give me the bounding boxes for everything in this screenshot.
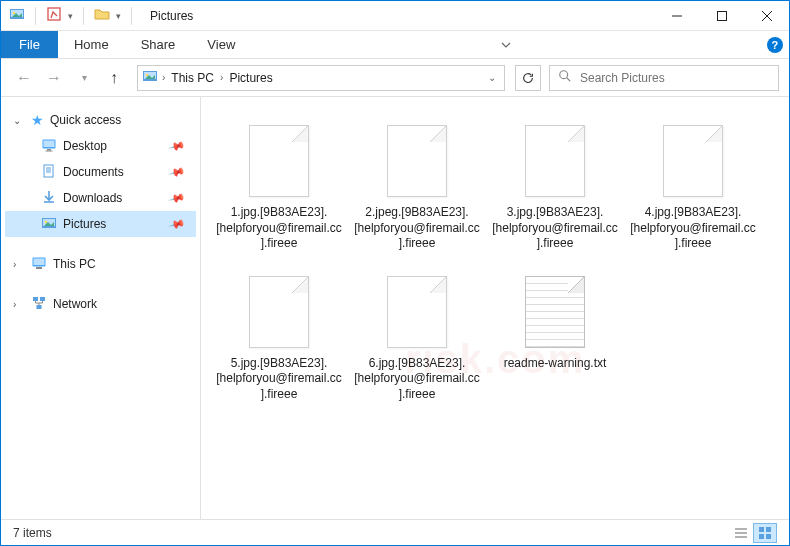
chevron-right-icon[interactable]: ›: [13, 259, 25, 270]
details-view-button[interactable]: [729, 523, 753, 543]
chevron-right-icon[interactable]: ›: [13, 299, 25, 310]
pictures-icon: [41, 215, 57, 234]
pin-icon: 📌: [168, 189, 187, 207]
chevron-down-icon[interactable]: ⌄: [13, 115, 25, 126]
navigation-pane: ⌄ ★ Quick access Desktop 📌 Documents 📌: [1, 97, 201, 519]
svg-rect-29: [40, 297, 45, 301]
help-button[interactable]: ?: [761, 31, 789, 58]
sidebar-item-label: Desktop: [63, 139, 107, 153]
downloads-icon: [41, 189, 57, 208]
search-input[interactable]: [580, 71, 770, 85]
up-button[interactable]: ↑: [101, 65, 127, 91]
svg-rect-34: [759, 527, 764, 532]
search-box[interactable]: [549, 65, 779, 91]
pin-icon: 📌: [168, 137, 187, 155]
qat-dropdown-icon[interactable]: ▾: [116, 11, 121, 21]
navbar: ← → ▾ ↑ › This PC › Pictures ⌄: [1, 59, 789, 97]
sidebar-this-pc[interactable]: › This PC: [5, 251, 196, 277]
file-tab[interactable]: File: [1, 31, 58, 58]
svg-rect-26: [34, 258, 45, 265]
expand-ribbon-button[interactable]: [494, 31, 518, 58]
recent-locations-button[interactable]: ▾: [71, 65, 97, 91]
breadcrumb-item[interactable]: This PC: [169, 71, 216, 85]
svg-rect-35: [766, 527, 771, 532]
explorer-window: ▾ ▾ Pictures File Home Share View: [0, 0, 790, 546]
ribbon-tab-share[interactable]: Share: [125, 31, 192, 58]
chevron-right-icon[interactable]: ›: [220, 72, 223, 83]
search-icon: [558, 69, 572, 86]
file-name: 1.jpg.[9B83AE23].[helpforyou@firemail.cc…: [215, 205, 343, 252]
blank-file-icon: [243, 272, 315, 352]
qat-separator: [83, 7, 84, 25]
documents-icon: [41, 163, 57, 182]
file-list: pcrisk.com 1.jpg.[9B83AE23].[helpforyou@…: [201, 97, 789, 519]
qat-separator: [35, 7, 36, 25]
svg-rect-3: [48, 8, 60, 20]
svg-rect-28: [33, 297, 38, 301]
titlebar: ▾ ▾ Pictures: [1, 1, 789, 31]
blank-file-icon: [381, 121, 453, 201]
status-bar: 7 items: [1, 519, 789, 545]
app-icon: [9, 6, 25, 25]
thumbnails-view-button[interactable]: [753, 523, 777, 543]
file-item[interactable]: 1.jpg.[9B83AE23].[helpforyou@firemail.cc…: [211, 111, 347, 256]
pin-icon: 📌: [168, 215, 187, 233]
file-item[interactable]: 2.jpeg.[9B83AE23].[helpforyou@firemail.c…: [349, 111, 485, 256]
network-icon: [31, 295, 47, 314]
maximize-button[interactable]: [699, 1, 744, 31]
svg-rect-16: [46, 150, 53, 151]
pin-icon: 📌: [168, 163, 187, 181]
file-item[interactable]: readme-warning.txt: [487, 262, 623, 407]
file-item[interactable]: 3.jpg.[9B83AE23].[helpforyou@firemail.cc…: [487, 111, 623, 256]
svg-rect-30: [37, 305, 42, 309]
sidebar-item-label: Pictures: [63, 217, 106, 231]
svg-line-12: [567, 78, 571, 82]
sidebar-item-downloads[interactable]: Downloads 📌: [5, 185, 196, 211]
back-button[interactable]: ←: [11, 65, 37, 91]
sidebar-quick-access[interactable]: ⌄ ★ Quick access: [5, 107, 196, 133]
sidebar-network[interactable]: › Network: [5, 291, 196, 317]
address-bar[interactable]: › This PC › Pictures ⌄: [137, 65, 505, 91]
file-name: readme-warning.txt: [504, 356, 607, 372]
svg-point-11: [560, 71, 568, 79]
breadcrumb-item[interactable]: Pictures: [227, 71, 274, 85]
ribbon: File Home Share View ?: [1, 31, 789, 59]
svg-rect-17: [44, 165, 53, 177]
blank-file-icon: [381, 272, 453, 352]
svg-point-2: [13, 12, 16, 15]
svg-rect-36: [759, 534, 764, 539]
blank-file-icon: [243, 121, 315, 201]
text-file-icon: [519, 272, 591, 352]
qat-dropdown-icon[interactable]: ▾: [68, 11, 73, 21]
qat-separator: [131, 7, 132, 25]
svg-rect-5: [717, 11, 726, 20]
file-name: 5.jpg.[9B83AE23].[helpforyou@firemail.cc…: [215, 356, 343, 403]
forward-button[interactable]: →: [41, 65, 67, 91]
ribbon-tab-view[interactable]: View: [191, 31, 251, 58]
minimize-button[interactable]: [654, 1, 699, 31]
address-dropdown-button[interactable]: ⌄: [484, 72, 500, 83]
chevron-right-icon[interactable]: ›: [162, 72, 165, 83]
svg-rect-14: [44, 140, 55, 147]
close-button[interactable]: [744, 1, 789, 31]
sidebar-item-label: Quick access: [50, 113, 121, 127]
item-count: 7 items: [13, 526, 52, 540]
sidebar-item-label: This PC: [53, 257, 96, 271]
file-item[interactable]: 6.jpg.[9B83AE23].[helpforyou@firemail.cc…: [349, 262, 485, 407]
file-name: 6.jpg.[9B83AE23].[helpforyou@firemail.cc…: [353, 356, 481, 403]
sidebar-item-label: Documents: [63, 165, 124, 179]
ribbon-tab-home[interactable]: Home: [58, 31, 125, 58]
sidebar-item-desktop[interactable]: Desktop 📌: [5, 133, 196, 159]
qat-newfolder-icon[interactable]: [94, 6, 110, 25]
file-item[interactable]: 4.jpg.[9B83AE23].[helpforyou@firemail.cc…: [625, 111, 761, 256]
sidebar-item-pictures[interactable]: Pictures 📌: [5, 211, 196, 237]
file-name: 4.jpg.[9B83AE23].[helpforyou@firemail.cc…: [629, 205, 757, 252]
sidebar-item-label: Network: [53, 297, 97, 311]
qat-properties-icon[interactable]: [46, 6, 62, 25]
refresh-button[interactable]: [515, 65, 541, 91]
blank-file-icon: [519, 121, 591, 201]
file-item[interactable]: 5.jpg.[9B83AE23].[helpforyou@firemail.cc…: [211, 262, 347, 407]
sidebar-item-documents[interactable]: Documents 📌: [5, 159, 196, 185]
this-pc-icon: [31, 255, 47, 274]
desktop-icon: [41, 137, 57, 156]
